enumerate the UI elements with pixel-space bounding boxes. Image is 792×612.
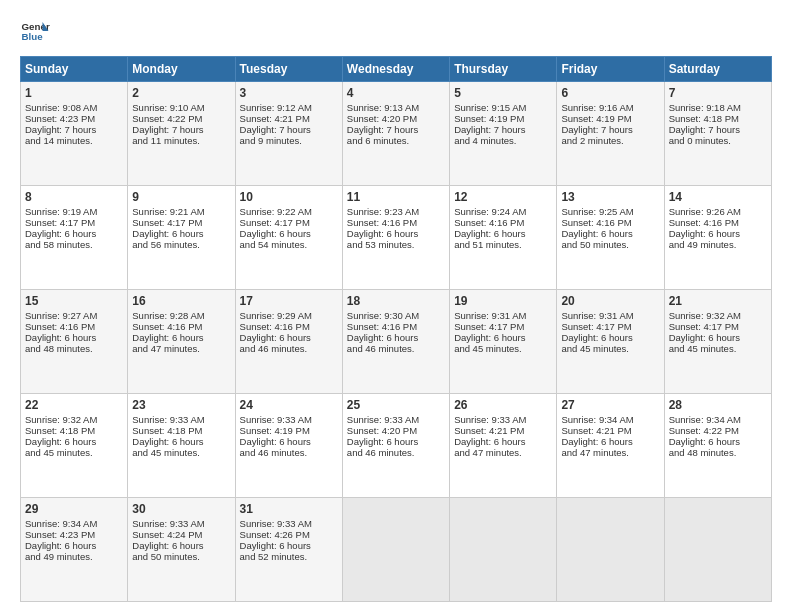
- calendar-cell: 24Sunrise: 9:33 AMSunset: 4:19 PMDayligh…: [235, 394, 342, 498]
- day-info-line: Daylight: 6 hours: [347, 228, 445, 239]
- day-info-line: Daylight: 6 hours: [240, 332, 338, 343]
- day-number: 27: [561, 398, 659, 412]
- day-number: 8: [25, 190, 123, 204]
- day-info-line: Sunrise: 9:19 AM: [25, 206, 123, 217]
- day-info-line: and 56 minutes.: [132, 239, 230, 250]
- day-info-line: Daylight: 6 hours: [347, 332, 445, 343]
- day-info-line: Sunset: 4:24 PM: [132, 529, 230, 540]
- day-info-line: Sunset: 4:19 PM: [240, 425, 338, 436]
- day-info-line: Sunset: 4:18 PM: [669, 113, 767, 124]
- calendar-cell: [450, 498, 557, 602]
- day-number: 4: [347, 86, 445, 100]
- day-info-line: Sunrise: 9:33 AM: [132, 414, 230, 425]
- calendar-cell: 19Sunrise: 9:31 AMSunset: 4:17 PMDayligh…: [450, 290, 557, 394]
- day-info-line: Sunrise: 9:34 AM: [561, 414, 659, 425]
- day-number: 9: [132, 190, 230, 204]
- day-info-line: Sunrise: 9:26 AM: [669, 206, 767, 217]
- day-number: 6: [561, 86, 659, 100]
- day-info-line: Sunrise: 9:23 AM: [347, 206, 445, 217]
- day-info-line: Sunset: 4:16 PM: [132, 321, 230, 332]
- day-number: 18: [347, 294, 445, 308]
- calendar-cell: 3Sunrise: 9:12 AMSunset: 4:21 PMDaylight…: [235, 82, 342, 186]
- day-number: 15: [25, 294, 123, 308]
- day-info-line: Sunrise: 9:33 AM: [132, 518, 230, 529]
- day-info-line: Daylight: 6 hours: [240, 436, 338, 447]
- day-info-line: Daylight: 6 hours: [561, 228, 659, 239]
- day-info-line: and 4 minutes.: [454, 135, 552, 146]
- weekday-header-wednesday: Wednesday: [342, 57, 449, 82]
- day-info-line: and 58 minutes.: [25, 239, 123, 250]
- day-info-line: Sunrise: 9:33 AM: [240, 518, 338, 529]
- calendar-cell: [342, 498, 449, 602]
- calendar-cell: 23Sunrise: 9:33 AMSunset: 4:18 PMDayligh…: [128, 394, 235, 498]
- day-info-line: Sunrise: 9:32 AM: [25, 414, 123, 425]
- calendar-cell: 28Sunrise: 9:34 AMSunset: 4:22 PMDayligh…: [664, 394, 771, 498]
- calendar-cell: 31Sunrise: 9:33 AMSunset: 4:26 PMDayligh…: [235, 498, 342, 602]
- day-number: 1: [25, 86, 123, 100]
- day-info-line: and 47 minutes.: [454, 447, 552, 458]
- day-info-line: Daylight: 7 hours: [347, 124, 445, 135]
- calendar-cell: 21Sunrise: 9:32 AMSunset: 4:17 PMDayligh…: [664, 290, 771, 394]
- day-info-line: Sunset: 4:21 PM: [240, 113, 338, 124]
- logo: General Blue: [20, 16, 50, 46]
- day-info-line: Daylight: 6 hours: [25, 540, 123, 551]
- day-info-line: Sunrise: 9:31 AM: [561, 310, 659, 321]
- day-number: 10: [240, 190, 338, 204]
- day-number: 25: [347, 398, 445, 412]
- day-info-line: Sunset: 4:16 PM: [454, 217, 552, 228]
- day-info-line: Sunset: 4:16 PM: [561, 217, 659, 228]
- day-info-line: Sunrise: 9:33 AM: [347, 414, 445, 425]
- day-info-line: Sunset: 4:16 PM: [240, 321, 338, 332]
- day-info-line: Sunrise: 9:32 AM: [669, 310, 767, 321]
- day-info-line: Sunset: 4:20 PM: [347, 113, 445, 124]
- day-info-line: Daylight: 6 hours: [347, 436, 445, 447]
- day-info-line: Sunset: 4:18 PM: [25, 425, 123, 436]
- calendar-cell: 4Sunrise: 9:13 AMSunset: 4:20 PMDaylight…: [342, 82, 449, 186]
- day-info-line: and 45 minutes.: [454, 343, 552, 354]
- weekday-header-friday: Friday: [557, 57, 664, 82]
- day-info-line: Daylight: 6 hours: [240, 228, 338, 239]
- calendar-cell: 12Sunrise: 9:24 AMSunset: 4:16 PMDayligh…: [450, 186, 557, 290]
- day-info-line: Sunrise: 9:33 AM: [454, 414, 552, 425]
- day-info-line: Sunset: 4:19 PM: [454, 113, 552, 124]
- calendar-row-3: 22Sunrise: 9:32 AMSunset: 4:18 PMDayligh…: [21, 394, 772, 498]
- day-info-line: Sunrise: 9:27 AM: [25, 310, 123, 321]
- day-info-line: Sunrise: 9:22 AM: [240, 206, 338, 217]
- day-info-line: Sunrise: 9:29 AM: [240, 310, 338, 321]
- day-info-line: and 14 minutes.: [25, 135, 123, 146]
- svg-text:Blue: Blue: [22, 31, 44, 42]
- day-info-line: and 47 minutes.: [132, 343, 230, 354]
- day-info-line: Sunset: 4:17 PM: [561, 321, 659, 332]
- day-info-line: Sunset: 4:21 PM: [454, 425, 552, 436]
- day-info-line: and 49 minutes.: [669, 239, 767, 250]
- calendar-table: SundayMondayTuesdayWednesdayThursdayFrid…: [20, 56, 772, 602]
- day-info-line: and 52 minutes.: [240, 551, 338, 562]
- calendar-row-4: 29Sunrise: 9:34 AMSunset: 4:23 PMDayligh…: [21, 498, 772, 602]
- day-info-line: Daylight: 6 hours: [25, 228, 123, 239]
- day-info-line: and 11 minutes.: [132, 135, 230, 146]
- day-info-line: Daylight: 6 hours: [561, 436, 659, 447]
- day-info-line: Daylight: 6 hours: [132, 436, 230, 447]
- calendar-cell: 1Sunrise: 9:08 AMSunset: 4:23 PMDaylight…: [21, 82, 128, 186]
- day-info-line: Sunset: 4:16 PM: [25, 321, 123, 332]
- calendar-cell: 22Sunrise: 9:32 AMSunset: 4:18 PMDayligh…: [21, 394, 128, 498]
- calendar-cell: 18Sunrise: 9:30 AMSunset: 4:16 PMDayligh…: [342, 290, 449, 394]
- day-info-line: Sunset: 4:22 PM: [132, 113, 230, 124]
- day-info-line: Sunrise: 9:15 AM: [454, 102, 552, 113]
- day-number: 21: [669, 294, 767, 308]
- day-info-line: Sunset: 4:22 PM: [669, 425, 767, 436]
- day-info-line: Sunset: 4:17 PM: [25, 217, 123, 228]
- day-info-line: and 48 minutes.: [25, 343, 123, 354]
- day-number: 20: [561, 294, 659, 308]
- day-info-line: Daylight: 6 hours: [454, 332, 552, 343]
- day-info-line: Sunset: 4:18 PM: [132, 425, 230, 436]
- day-info-line: and 54 minutes.: [240, 239, 338, 250]
- page: General Blue SundayMondayTuesdayWednesda…: [0, 0, 792, 612]
- calendar-cell: 6Sunrise: 9:16 AMSunset: 4:19 PMDaylight…: [557, 82, 664, 186]
- day-info-line: Sunrise: 9:30 AM: [347, 310, 445, 321]
- calendar-cell: 17Sunrise: 9:29 AMSunset: 4:16 PMDayligh…: [235, 290, 342, 394]
- day-info-line: Sunrise: 9:08 AM: [25, 102, 123, 113]
- day-number: 24: [240, 398, 338, 412]
- day-info-line: Sunrise: 9:34 AM: [25, 518, 123, 529]
- day-info-line: and 51 minutes.: [454, 239, 552, 250]
